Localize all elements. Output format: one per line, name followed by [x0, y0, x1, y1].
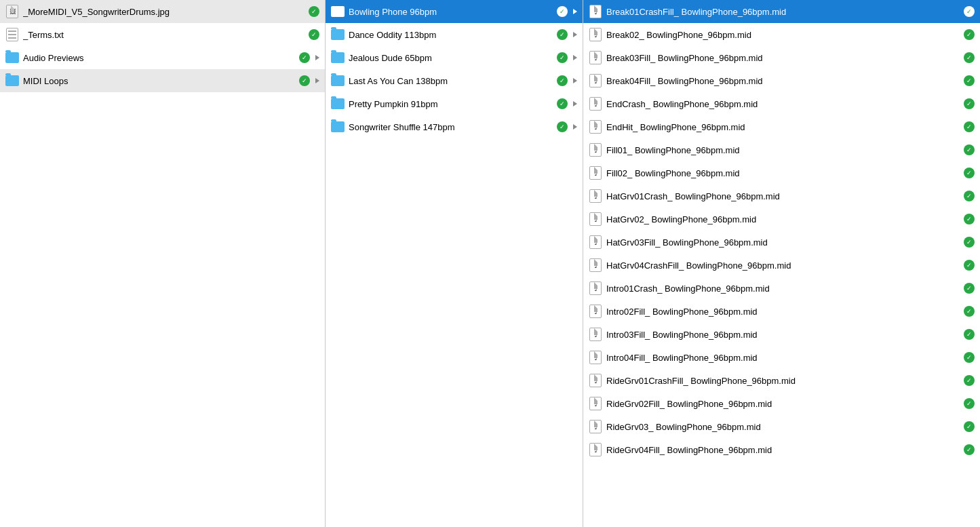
list-item[interactable]: MIDI Loops✓	[0, 69, 325, 92]
chevron-icon	[573, 101, 577, 106]
check-badge: ✓	[309, 6, 319, 17]
list-item[interactable]: HatGrv02_ BowlingPhone_96bpm.mid✓	[583, 208, 980, 231]
list-item[interactable]: Dance Oddity 113bpm✓	[326, 23, 583, 46]
item-name: Bowling Phone 96bpm	[349, 7, 554, 17]
item-badges: ✓	[309, 29, 319, 40]
check-badge: ✓	[964, 214, 975, 225]
check-badge: ✓	[964, 6, 975, 17]
midi-file-icon	[589, 5, 602, 18]
column-3[interactable]: Break01CrashFill_ BowlingPhone_96bpm.mid…	[583, 0, 980, 527]
list-item[interactable]: Intro01Crash_ BowlingPhone_96bpm.mid✓	[583, 277, 980, 300]
item-badges: ✓	[964, 214, 975, 225]
list-item[interactable]: RideGrv03_ BowlingPhone_96bpm.mid✓	[583, 415, 980, 438]
item-badges: ✓	[299, 52, 319, 63]
item-badges: ✓	[309, 6, 319, 17]
item-name: Break04Fill_ BowlingPhone_96bpm.mid	[606, 76, 961, 86]
check-badge: ✓	[557, 75, 568, 86]
check-badge: ✓	[964, 260, 975, 271]
item-name: Jealous Dude 65bpm	[349, 53, 554, 63]
item-badges: ✓	[964, 6, 975, 17]
midi-file-icon	[589, 374, 602, 387]
item-badges: ✓	[964, 237, 975, 248]
list-item[interactable]: Break04Fill_ BowlingPhone_96bpm.mid✓	[583, 69, 980, 92]
item-badges: ✓	[557, 29, 577, 40]
folder-icon	[331, 121, 345, 132]
item-name: Pretty Pumpkin 91bpm	[349, 99, 554, 109]
midi-file-icon	[589, 281, 602, 295]
check-badge: ✓	[299, 52, 310, 63]
list-item[interactable]: RideGrv01CrashFill_ BowlingPhone_96bpm.m…	[583, 369, 980, 392]
list-item[interactable]: Last As You Can 138bpm✓	[326, 69, 583, 92]
folder-icon	[331, 98, 345, 109]
list-item[interactable]: Fill01_ BowlingPhone_96bpm.mid✓	[583, 138, 980, 161]
check-badge: ✓	[964, 144, 975, 155]
chevron-icon	[573, 78, 577, 83]
chevron-icon	[573, 55, 577, 60]
check-badge: ✓	[964, 121, 975, 132]
item-badges: ✓	[964, 52, 975, 63]
column-2[interactable]: Bowling Phone 96bpm✓Dance Oddity 113bpm✓…	[326, 0, 583, 527]
item-badges: ✓	[964, 283, 975, 294]
list-item[interactable]: Break03Fill_ BowlingPhone_96bpm.mid✓	[583, 46, 980, 69]
item-name: RideGrv01CrashFill_ BowlingPhone_96bpm.m…	[606, 376, 961, 386]
item-name: RideGrv04Fill_ BowlingPhone_96bpm.mid	[606, 445, 961, 455]
midi-file-icon	[589, 120, 602, 134]
check-badge: ✓	[964, 444, 975, 455]
midi-file-icon	[589, 74, 602, 87]
item-name: RideGrv02Fill_ BowlingPhone_96bpm.mid	[606, 399, 961, 409]
list-item[interactable]: Audio Previews✓	[0, 46, 325, 69]
check-badge: ✓	[964, 98, 975, 109]
list-item[interactable]: Bowling Phone 96bpm✓	[326, 0, 583, 23]
item-name: HatGrv01Crash_ BowlingPhone_96bpm.mid	[606, 191, 961, 201]
check-badge: ✓	[964, 191, 975, 201]
item-badges: ✓	[964, 191, 975, 201]
midi-file-icon	[589, 235, 602, 249]
check-badge: ✓	[964, 306, 975, 317]
item-name: _Terms.txt	[23, 30, 306, 40]
check-badge: ✓	[309, 29, 319, 40]
item-name: _MoreMIDI_V5_SongwriterDrums.jpg	[23, 7, 306, 17]
item-badges: ✓	[964, 329, 975, 340]
item-badges: ✓	[557, 6, 577, 17]
list-item[interactable]: Fill02_ BowlingPhone_96bpm.mid✓	[583, 161, 980, 184]
list-item[interactable]: Jealous Dude 65bpm✓	[326, 46, 583, 69]
list-item[interactable]: Pretty Pumpkin 91bpm✓	[326, 92, 583, 115]
item-badges: ✓	[964, 306, 975, 317]
midi-file-icon	[589, 305, 602, 318]
list-item[interactable]: RideGrv02Fill_ BowlingPhone_96bpm.mid✓	[583, 392, 980, 415]
item-badges: ✓	[964, 398, 975, 409]
item-badges: ✓	[964, 29, 975, 40]
check-badge: ✓	[964, 352, 975, 363]
list-item[interactable]: RideGrv04Fill_ BowlingPhone_96bpm.mid✓	[583, 438, 980, 461]
midi-file-icon	[589, 28, 602, 41]
list-item[interactable]: Intro03Fill_ BowlingPhone_96bpm.mid✓	[583, 323, 980, 346]
list-item[interactable]: Break01CrashFill_ BowlingPhone_96bpm.mid…	[583, 0, 980, 23]
list-item[interactable]: EndCrash_ BowlingPhone_96bpm.mid✓	[583, 92, 980, 115]
list-item[interactable]: HatGrv03Fill_ BowlingPhone_96bpm.mid✓	[583, 231, 980, 254]
check-badge: ✓	[964, 283, 975, 294]
midi-file-icon	[589, 328, 602, 341]
list-item[interactable]: 🖼_MoreMIDI_V5_SongwriterDrums.jpg✓	[0, 0, 325, 23]
item-name: Fill02_ BowlingPhone_96bpm.mid	[606, 168, 961, 178]
list-item[interactable]: HatGrv04CrashFill_ BowlingPhone_96bpm.mi…	[583, 254, 980, 277]
check-badge: ✓	[557, 98, 568, 109]
text-file-icon	[6, 28, 18, 41]
item-name: Audio Previews	[23, 53, 296, 63]
list-item[interactable]: Intro04Fill_ BowlingPhone_96bpm.mid✓	[583, 346, 980, 369]
item-badges: ✓	[557, 121, 577, 132]
list-item[interactable]: Songwriter Shuffle 147bpm✓	[326, 115, 583, 138]
column-1[interactable]: 🖼_MoreMIDI_V5_SongwriterDrums.jpg✓_Terms…	[0, 0, 326, 527]
item-badges: ✓	[964, 144, 975, 155]
chevron-icon	[573, 32, 577, 37]
list-item[interactable]: EndHit_ BowlingPhone_96bpm.mid✓	[583, 115, 980, 138]
item-badges: ✓	[557, 52, 577, 63]
item-badges: ✓	[964, 375, 975, 386]
list-item[interactable]: HatGrv01Crash_ BowlingPhone_96bpm.mid✓	[583, 184, 980, 208]
list-item[interactable]: _Terms.txt✓	[0, 23, 325, 46]
list-item[interactable]: Intro02Fill_ BowlingPhone_96bpm.mid✓	[583, 300, 980, 323]
item-badges: ✓	[557, 75, 577, 86]
check-badge: ✓	[964, 168, 975, 178]
check-badge: ✓	[557, 52, 568, 63]
list-item[interactable]: Break02_ BowlingPhone_96bpm.mid✓	[583, 23, 980, 46]
midi-file-icon	[589, 258, 602, 272]
